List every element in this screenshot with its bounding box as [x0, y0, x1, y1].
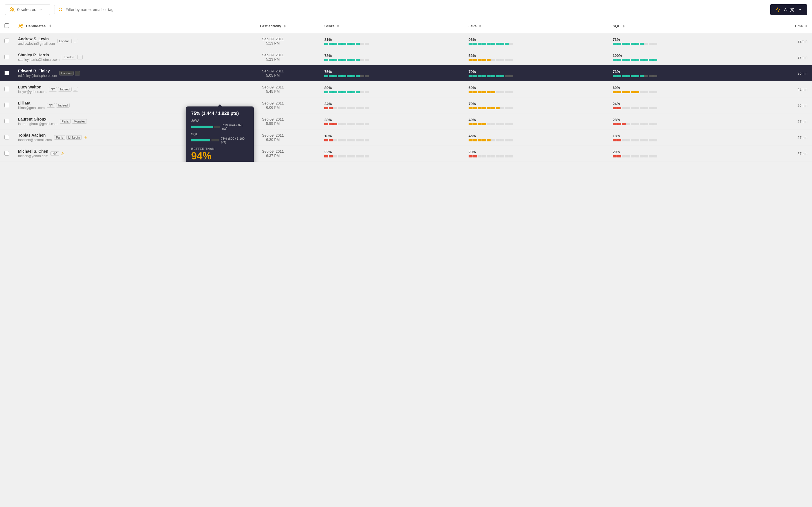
candidates-col-icon: [18, 23, 24, 29]
col-candidates[interactable]: Candidates ⬍: [13, 19, 226, 33]
col-time[interactable]: Time ⬍: [752, 19, 812, 33]
candidate-name: Stanley P. Harris: [18, 53, 59, 57]
row-checkbox-cell[interactable]: [0, 65, 13, 81]
sql-cell: 24%: [608, 98, 752, 114]
score-cell: 28%: [320, 114, 464, 129]
score-label: 18%: [324, 134, 459, 138]
select-all-checkbox[interactable]: [4, 23, 9, 28]
java-cell: 45%: [464, 129, 608, 146]
last-activity-cell: Sep 09, 20115:23 PM: [226, 49, 320, 65]
row-checkbox-cell[interactable]: [0, 49, 13, 65]
candidate-tags: ParisLinkedin: [54, 135, 82, 140]
table-row[interactable]: Michael S. Chen mchen@yahoo.com NY ⚠ Sep…: [0, 146, 812, 162]
java-sort-icon: ⬍: [479, 24, 481, 28]
candidate-tags: London...: [57, 39, 78, 43]
chevron-down-icon: [39, 8, 43, 11]
score-cell: 80%: [320, 81, 464, 98]
java-label: 60%: [469, 86, 604, 90]
score-label: 75%: [324, 69, 459, 74]
col-sql[interactable]: SQL ⬍: [608, 19, 752, 33]
score-cell: 24%: [320, 98, 464, 114]
candidate-email: lucyw@yahoo.com: [18, 90, 47, 94]
sql-sort-icon: ⬍: [622, 24, 625, 28]
tag: Monster: [72, 119, 87, 124]
java-label: 70%: [469, 102, 604, 106]
candidate-cell: Stanley P. Harris stanley.harris@hotmail…: [13, 49, 226, 65]
table-row[interactable]: Edward B. Finley ed.finley@bullsphere.co…: [0, 65, 812, 81]
row-checkbox-cell[interactable]: [0, 98, 13, 114]
candidates-icon: [9, 7, 15, 12]
tooltip-better-than-pct: 94%: [191, 151, 249, 162]
score-label: 78%: [324, 54, 459, 58]
java-label: 79%: [469, 69, 604, 74]
candidate-tags: NYIndeed: [47, 103, 70, 108]
row-checkbox[interactable]: [4, 71, 9, 75]
row-checkbox[interactable]: [4, 87, 9, 91]
filter-button[interactable]: All (8): [770, 4, 807, 15]
row-checkbox-cell[interactable]: [0, 114, 13, 129]
java-label: 93%: [469, 38, 604, 42]
table-wrapper: Candidates ⬍ Last activity ⬍ Score ⬍ Jav…: [0, 19, 812, 162]
time-cell: 27min: [752, 129, 812, 146]
last-activity-cell: Sep 09, 20115:13 PM: [226, 33, 320, 49]
java-cell: 93%: [464, 33, 608, 49]
table-row[interactable]: Laurent Giroux laurent.giroux@gmail.com …: [0, 114, 812, 129]
score-label: 80%: [324, 86, 459, 90]
table-row[interactable]: Andrew S. Levin andrewlevin@gmail.com Lo…: [0, 33, 812, 49]
selected-button[interactable]: 0 selected: [5, 4, 50, 15]
row-checkbox-cell[interactable]: [0, 146, 13, 162]
select-all-header[interactable]: [0, 19, 13, 33]
java-label: 23%: [469, 150, 604, 154]
time-cell: 37min: [752, 146, 812, 162]
row-checkbox[interactable]: [4, 135, 9, 139]
search-icon: [58, 7, 63, 12]
top-bar: 0 selected All (8): [0, 0, 812, 19]
score-tooltip: 75% (1,444 / 1,920 pts) JAVA 79% (644 / …: [186, 107, 254, 162]
candidate-cell: Edward B. Finley ed.finley@bullsphere.co…: [13, 65, 226, 81]
tooltip-java-label: JAVA: [191, 119, 249, 122]
table-row[interactable]: Lili Ma lilima@gmail.com NYIndeed Sep 09…: [0, 98, 812, 114]
warning-icon: ⚠: [61, 151, 64, 156]
row-checkbox-cell[interactable]: [0, 129, 13, 146]
warning-icon: ⚠: [84, 135, 87, 140]
candidate-tags: ParisMonster: [60, 119, 87, 124]
selected-count: 0 selected: [17, 7, 36, 12]
tag: Paris: [54, 135, 65, 140]
row-checkbox[interactable]: [4, 55, 9, 59]
java-cell: 23%: [464, 146, 608, 162]
candidate-name: Tobias Aachen: [18, 133, 52, 137]
table-row[interactable]: Lucy Walton lucyw@yahoo.com NYIndeed... …: [0, 81, 812, 98]
candidate-email: ed.finley@bullsphere.com: [18, 74, 57, 78]
col-java[interactable]: Java ⬍: [464, 19, 608, 33]
search-input[interactable]: [66, 7, 762, 12]
col-last-activity[interactable]: Last activity ⬍: [226, 19, 320, 33]
candidate-tags: NYIndeed...: [49, 87, 78, 92]
candidate-name: Edward B. Finley: [18, 69, 57, 73]
java-label: 52%: [469, 54, 604, 58]
candidates-table: Candidates ⬍ Last activity ⬍ Score ⬍ Jav…: [0, 19, 812, 162]
score-label: 81%: [324, 38, 459, 42]
candidate-name: Andrew S. Levin: [18, 37, 55, 41]
row-checkbox-cell[interactable]: [0, 33, 13, 49]
sql-cell: 60%: [608, 81, 752, 98]
row-checkbox[interactable]: [4, 39, 9, 43]
row-checkbox[interactable]: [4, 103, 9, 107]
table-row[interactable]: Stanley P. Harris stanley.harris@hotmail…: [0, 49, 812, 65]
col-score[interactable]: Score ⬍: [320, 19, 464, 33]
tooltip-sql-pct: 73% (800 / 1,100 pts): [221, 137, 249, 144]
sql-label: 60%: [613, 86, 748, 90]
tag: NY: [47, 103, 55, 108]
sql-cell: 28%: [608, 114, 752, 129]
row-checkbox[interactable]: [4, 119, 9, 123]
tooltip-java-pct: 79% (644 / 820 pts): [222, 123, 249, 130]
sql-label: 73%: [613, 69, 748, 74]
tag: Paris: [60, 119, 71, 124]
row-checkbox[interactable]: [4, 151, 9, 156]
row-checkbox-cell[interactable]: [0, 81, 13, 98]
table-row[interactable]: Tobias Aachen taachen@hotmail.com ParisL…: [0, 129, 812, 146]
svg-point-2: [59, 8, 62, 11]
tag: London: [57, 39, 71, 43]
time-cell: 26min: [752, 65, 812, 81]
java-cell: 52%: [464, 49, 608, 65]
filter-label: All (8): [784, 7, 795, 12]
